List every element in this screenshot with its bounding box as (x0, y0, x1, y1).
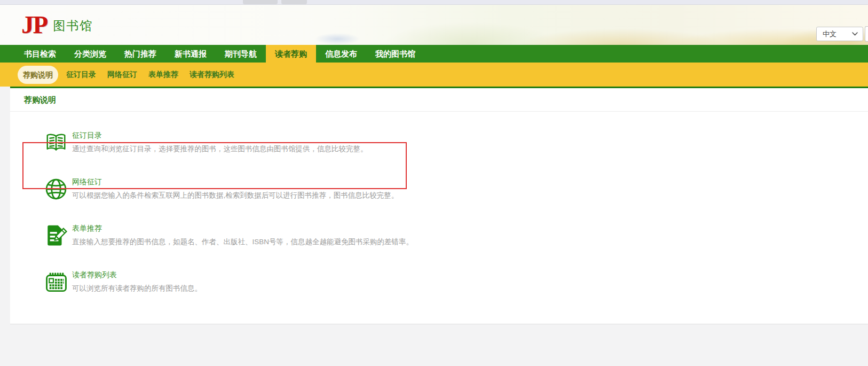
main-nav: 书目检索 分类浏览 热门推荐 新书通报 期刊导航 读者荐购 信息发布 我的图书馆 (0, 45, 868, 63)
document-pencil-icon (44, 223, 68, 248)
subnav-item-online-ordering[interactable]: 网络征订 (107, 70, 137, 80)
nav-item-category-browse[interactable]: 分类浏览 (65, 45, 115, 63)
feature-text: 征订目录 通过查询和浏览征订目录，选择要推荐的图书，这些图书信息由图书馆提供，信… (72, 131, 368, 154)
site-name: 图书馆 (53, 18, 93, 34)
calendar-icon (44, 269, 68, 295)
sub-nav: 荐购说明 征订目录 网络征订 表单推荐 读者荐购列表 (0, 63, 868, 87)
feature-text: 读者荐购列表 可以浏览所有读者荐购的所有图书信息。 (72, 270, 202, 293)
chevron-down-icon (852, 32, 858, 36)
subnav-item-recommendation-intro[interactable]: 荐购说明 (18, 66, 58, 84)
logo-jp-text: JP (21, 12, 47, 37)
browser-remnant-strip (0, 0, 868, 5)
subnav-item-order-catalog[interactable]: 征订目录 (66, 70, 96, 80)
nav-item-catalog-search[interactable]: 书目检索 (15, 45, 65, 63)
feature-title[interactable]: 读者荐购列表 (72, 270, 202, 280)
feature-item-form-recommendation[interactable]: 表单推荐 直接输入想要推荐的图书信息，如题名、作者、出版社、ISBN号等，信息越… (10, 212, 868, 259)
feature-item-online-ordering[interactable]: 网络征订 可以根据您输入的条件检索互联网上的图书数据,检索到数据后可以进行图书推… (10, 166, 868, 212)
browser-tab-remnant (243, 0, 278, 4)
site-header: JP 图书馆 中文 (0, 5, 868, 45)
subnav-item-reader-recommendation-list[interactable]: 读者荐购列表 (190, 70, 234, 80)
site-logo[interactable]: JP 图书馆 (21, 12, 93, 37)
language-select-value: 中文 (823, 29, 837, 39)
feature-title[interactable]: 网络征订 (72, 177, 398, 187)
feature-description: 可以浏览所有读者荐购的所有图书信息。 (72, 284, 202, 293)
nav-item-hot-recommendations[interactable]: 热门推荐 (115, 45, 165, 63)
nav-item-journal-navigation[interactable]: 期刊导航 (216, 45, 266, 63)
feature-title[interactable]: 征订目录 (72, 131, 368, 141)
feature-description: 可以根据您输入的条件检索互联网上的图书数据,检索到数据后可以进行图书推荐，图书信… (72, 191, 398, 200)
feature-text: 网络征订 可以根据您输入的条件检索互联网上的图书数据,检索到数据后可以进行图书推… (72, 177, 398, 200)
feature-item-reader-recommendation-list[interactable]: 读者荐购列表 可以浏览所有读者荐购的所有图书信息。 (10, 259, 868, 305)
partial-edge-button[interactable] (865, 26, 868, 42)
feature-description: 通过查询和浏览征订目录，选择要推荐的图书，这些图书信息由图书馆提供，信息比较完整… (72, 144, 368, 154)
subnav-item-form-recommendation[interactable]: 表单推荐 (148, 70, 178, 80)
feature-text: 表单推荐 直接输入想要推荐的图书信息，如题名、作者、出版社、ISBN号等，信息越… (72, 224, 413, 247)
nav-item-information-release[interactable]: 信息发布 (316, 45, 366, 63)
nav-item-reader-recommendation[interactable]: 读者荐购 (266, 45, 316, 63)
feature-item-order-catalog[interactable]: 征订目录 通过查询和浏览征订目录，选择要推荐的图书，这些图书信息由图书馆提供，信… (10, 119, 868, 166)
nav-item-my-library[interactable]: 我的图书馆 (366, 45, 424, 63)
open-book-icon (44, 130, 68, 155)
feature-title[interactable]: 表单推荐 (72, 224, 413, 233)
page-title: 荐购说明 (10, 88, 868, 112)
nav-item-new-book-announcements[interactable]: 新书通报 (165, 45, 216, 63)
feature-description: 直接输入想要推荐的图书信息，如题名、作者、出版社、ISBN号等，信息越全越能避免… (72, 237, 413, 247)
language-select[interactable]: 中文 (816, 27, 863, 41)
feature-list: 征订目录 通过查询和浏览征订目录，选择要推荐的图书，这些图书信息由图书馆提供，信… (10, 112, 868, 305)
browser-tab-remnant (281, 0, 307, 4)
library-opac-page: JP 图书馆 中文 书目检索 分类浏览 热门推荐 新书通报 期刊导航 读者荐购 … (0, 0, 868, 366)
content-panel: 荐购说明 征订目录 通过查询和浏览征订目录，选择要推荐的图书，这些图书信息由图书… (10, 87, 868, 324)
globe-icon (44, 176, 68, 202)
